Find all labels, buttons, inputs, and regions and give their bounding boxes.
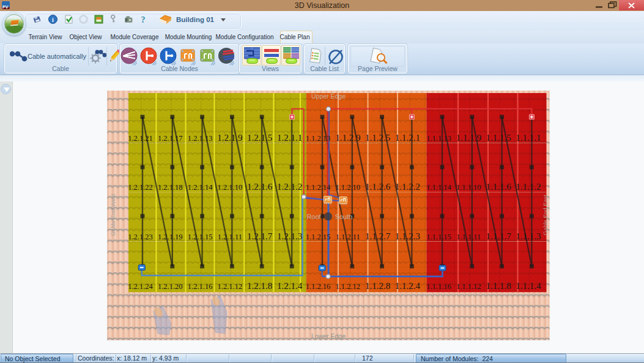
- svg-text:1.1.2.11: 1.1.2.11: [336, 233, 360, 241]
- svg-text:South: South: [335, 213, 353, 220]
- svg-text:Roof: Roof: [306, 213, 321, 220]
- svg-text:1.1.1.5: 1.1.1.5: [486, 133, 511, 143]
- svg-text:Lower Edge: Lower Edge: [311, 332, 346, 340]
- svg-text:1.1.1.15: 1.1.1.15: [426, 233, 451, 241]
- svg-text:1.1.2.2: 1.1.2.2: [395, 182, 420, 192]
- svg-text:1.1.2.7: 1.1.2.7: [365, 231, 391, 241]
- svg-text:1.1.1.9: 1.1.1.9: [456, 133, 481, 143]
- svg-text:1.2.1.3: 1.2.1.3: [277, 231, 302, 241]
- svg-text:1.2.1.11: 1.2.1.11: [218, 233, 242, 241]
- svg-text:1.2.1.15: 1.2.1.15: [188, 233, 213, 241]
- svg-text:1.1.1.10: 1.1.1.10: [456, 183, 481, 192]
- svg-text:1.2.1.16: 1.2.1.16: [188, 282, 213, 291]
- svg-text:1.1.1.8: 1.1.1.8: [486, 281, 511, 291]
- svg-text:1.2.1.6: 1.2.1.6: [247, 182, 273, 192]
- svg-text:i: i: [52, 17, 54, 23]
- svg-text:1.2.1.1: 1.2.1.1: [277, 133, 302, 143]
- svg-text:1.2.1.5: 1.2.1.5: [247, 133, 272, 143]
- svg-text:1.2.1.18: 1.2.1.18: [158, 183, 183, 192]
- svg-text:1.1.1.14: 1.1.1.14: [426, 183, 451, 192]
- svg-text:Upper Edge: Upper Edge: [311, 92, 346, 100]
- svg-text:1.2.1.19: 1.2.1.19: [158, 233, 183, 241]
- svg-text:1.1.2.9: 1.1.2.9: [335, 133, 360, 143]
- svg-text:1.1.1.11: 1.1.1.11: [456, 233, 481, 241]
- svg-text:1.2.1.2: 1.2.1.2: [277, 182, 302, 192]
- svg-text:1.2.1.13: 1.2.1.13: [188, 134, 213, 143]
- svg-text:Gable End East: Gable End East: [542, 194, 549, 235]
- svg-text:1.2.1.10: 1.2.1.10: [218, 183, 243, 192]
- svg-text:1.2.1.9: 1.2.1.9: [217, 133, 242, 143]
- svg-text:1.1.2.8: 1.1.2.8: [365, 281, 390, 291]
- svg-text:1.1.1.1: 1.1.1.1: [516, 133, 541, 143]
- svg-text:?: ?: [141, 15, 146, 24]
- svg-text:1.2.1.7: 1.2.1.7: [247, 231, 273, 241]
- svg-text:1.2.1.8: 1.2.1.8: [247, 281, 272, 291]
- svg-text:1.1.2.6: 1.1.2.6: [365, 182, 391, 192]
- svg-text:1.1.2.14: 1.1.2.14: [306, 183, 331, 192]
- svg-text:1.1.2.13: 1.1.2.13: [306, 134, 331, 143]
- svg-text:1.1.2.15: 1.1.2.15: [306, 233, 331, 241]
- svg-text:1.1.1.6: 1.1.1.6: [486, 182, 511, 192]
- svg-text:1.1.2.16: 1.1.2.16: [306, 282, 331, 291]
- svg-text:1.1.1.7: 1.1.1.7: [486, 231, 511, 241]
- svg-text:1.1.1.3: 1.1.1.3: [516, 231, 541, 241]
- svg-text:1.2.1.24: 1.2.1.24: [128, 282, 153, 291]
- svg-text:1.1.1.4: 1.1.1.4: [516, 281, 541, 291]
- svg-text:1.2.1.17: 1.2.1.17: [158, 134, 183, 143]
- svg-text:1.2.1.22: 1.2.1.22: [128, 183, 153, 192]
- svg-text:1.1.2.10: 1.1.2.10: [335, 183, 360, 192]
- svg-text:1.2.1.4: 1.2.1.4: [277, 281, 303, 291]
- svg-text:Gable End West: Gable End West: [109, 193, 116, 236]
- svg-text:1.2.1.23: 1.2.1.23: [128, 233, 153, 241]
- svg-text:1.1.1.16: 1.1.1.16: [426, 282, 451, 291]
- svg-text:1.2.1.14: 1.2.1.14: [188, 183, 213, 192]
- svg-text:1.2.1.21: 1.2.1.21: [128, 134, 153, 143]
- svg-text:1.1.2.12: 1.1.2.12: [335, 282, 360, 291]
- svg-text:1.2.1.20: 1.2.1.20: [158, 282, 183, 291]
- svg-text:1.1.1.2: 1.1.1.2: [516, 182, 541, 192]
- svg-text:1.1.2.3: 1.1.2.3: [395, 231, 420, 241]
- svg-text:1.1.2.5: 1.1.2.5: [365, 133, 390, 143]
- svg-text:1.1.2.1: 1.1.2.1: [395, 133, 420, 143]
- svg-text:1.1.1.12: 1.1.1.12: [456, 282, 481, 291]
- svg-text:1.2.1.12: 1.2.1.12: [218, 282, 243, 291]
- svg-text:1.1.1.13: 1.1.1.13: [426, 134, 451, 143]
- svg-text:1.1.2.4: 1.1.2.4: [395, 281, 421, 291]
